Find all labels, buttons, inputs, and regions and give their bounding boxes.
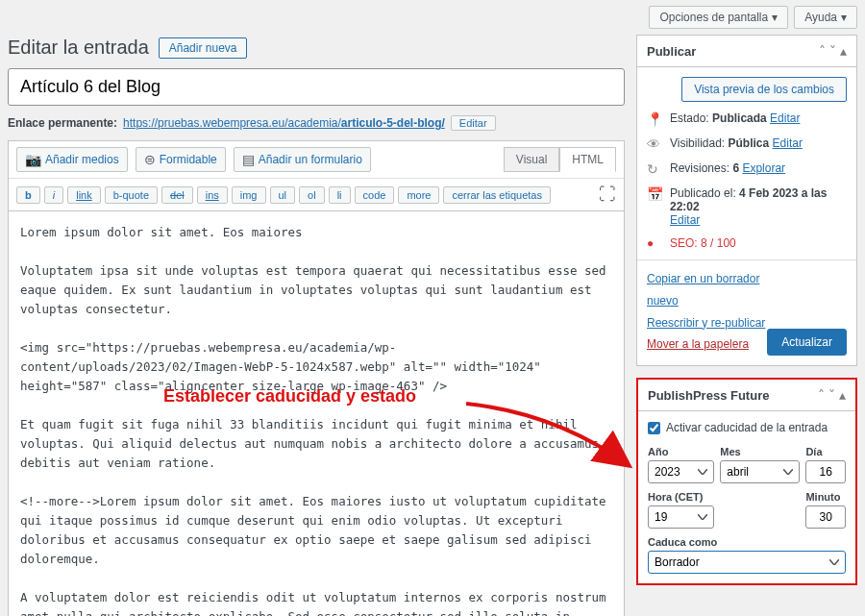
chevron-down-icon[interactable]: ˅ bbox=[829, 43, 836, 59]
copy-draft-link[interactable]: Copiar en un borrador nuevo bbox=[647, 272, 759, 308]
qt-bquote[interactable]: b-quote bbox=[105, 186, 158, 204]
qt-img[interactable]: img bbox=[232, 186, 266, 204]
move-to-trash-link[interactable]: Mover a la papelera bbox=[647, 337, 749, 351]
edit-status-link[interactable]: Editar bbox=[770, 111, 800, 125]
seo-dot-icon: ● bbox=[647, 236, 662, 250]
help-button[interactable]: Ayuda ▾ bbox=[794, 6, 857, 29]
day-input[interactable] bbox=[805, 460, 846, 483]
permalink-link[interactable]: https://pruebas.webempresa.eu/academia/a… bbox=[123, 116, 445, 130]
eye-icon: 👁 bbox=[647, 136, 662, 152]
form-icon: ▤ bbox=[242, 152, 255, 167]
expire-as-select[interactable]: Borrador bbox=[648, 551, 846, 574]
publish-box: Publicar ˄˅▴ Vista previa de los cambios… bbox=[636, 35, 857, 366]
formidable-button[interactable]: ⊜Formidable bbox=[136, 147, 226, 172]
chevron-up-icon[interactable]: ˄ bbox=[819, 43, 826, 59]
preview-changes-button[interactable]: Vista previa de los cambios bbox=[681, 77, 847, 102]
qt-link[interactable]: link bbox=[67, 186, 101, 204]
page-title: Editar la entrada bbox=[8, 37, 149, 59]
visual-tab[interactable]: Visual bbox=[504, 147, 559, 172]
permalink-edit-button[interactable]: Editar bbox=[451, 115, 496, 131]
month-select[interactable]: abril bbox=[720, 460, 800, 483]
enable-expiration-row[interactable]: Activar caducidad de la entrada bbox=[648, 421, 846, 434]
qt-ol[interactable]: ol bbox=[299, 186, 325, 204]
html-tab[interactable]: HTML bbox=[559, 147, 616, 172]
hour-select[interactable]: 19 bbox=[648, 505, 714, 529]
edit-visibility-link[interactable]: Editar bbox=[773, 136, 803, 150]
qt-more[interactable]: more bbox=[398, 186, 439, 204]
content-textarea[interactable]: Lorem ipsum dolor sit amet. Eos maiores … bbox=[9, 211, 624, 616]
backup-icon: ↻ bbox=[647, 161, 662, 177]
pin-icon: 📍 bbox=[647, 111, 662, 127]
chevron-down-icon[interactable]: ˅ bbox=[828, 387, 835, 403]
qt-bold[interactable]: b bbox=[16, 186, 40, 204]
caret-up-icon[interactable]: ▴ bbox=[839, 387, 846, 403]
publish-heading: Publicar bbox=[647, 44, 696, 59]
minute-input[interactable] bbox=[805, 505, 846, 529]
update-button[interactable]: Actualizar bbox=[767, 329, 847, 356]
caret-up-icon[interactable]: ▴ bbox=[840, 43, 847, 59]
chevron-down-icon: ▾ bbox=[772, 11, 778, 24]
future-heading: PublishPress Future bbox=[648, 388, 769, 403]
post-title-input[interactable] bbox=[8, 68, 625, 106]
qt-italic[interactable]: i bbox=[44, 186, 63, 204]
rewrite-republish-link[interactable]: Reescribir y re-publicar bbox=[647, 316, 765, 330]
edit-date-link[interactable]: Editar bbox=[670, 213, 700, 227]
fullscreen-icon[interactable]: ⛶ bbox=[599, 185, 616, 205]
add-new-button[interactable]: Añadir nueva bbox=[159, 37, 248, 59]
screen-options-button[interactable]: Opciones de pantalla ▾ bbox=[649, 6, 788, 29]
qt-li[interactable]: li bbox=[329, 186, 351, 204]
qt-close-tags[interactable]: cerrar las etiquetas bbox=[443, 186, 551, 204]
chevron-up-icon[interactable]: ˄ bbox=[818, 387, 825, 403]
qt-code[interactable]: code bbox=[355, 186, 395, 204]
camera-icon: 📷 bbox=[25, 152, 41, 167]
formidable-icon: ⊜ bbox=[144, 152, 156, 167]
permalink-row: Enlace permanente: https://pruebas.webem… bbox=[8, 115, 625, 131]
chevron-down-icon: ▾ bbox=[841, 11, 847, 24]
qt-ins[interactable]: ins bbox=[197, 186, 228, 204]
explore-revisions-link[interactable]: Explorar bbox=[742, 161, 785, 175]
add-media-button[interactable]: 📷Añadir medios bbox=[16, 147, 128, 172]
calendar-icon: 📅 bbox=[647, 186, 662, 202]
add-form-button[interactable]: ▤Añadir un formulario bbox=[234, 147, 371, 172]
qt-ul[interactable]: ul bbox=[270, 186, 296, 204]
qt-del[interactable]: del bbox=[161, 186, 193, 204]
publishpress-future-box: PublishPress Future ˄˅▴ Activar caducida… bbox=[636, 378, 857, 585]
year-select[interactable]: 2023 bbox=[648, 460, 714, 483]
enable-expiration-checkbox[interactable] bbox=[648, 422, 660, 434]
